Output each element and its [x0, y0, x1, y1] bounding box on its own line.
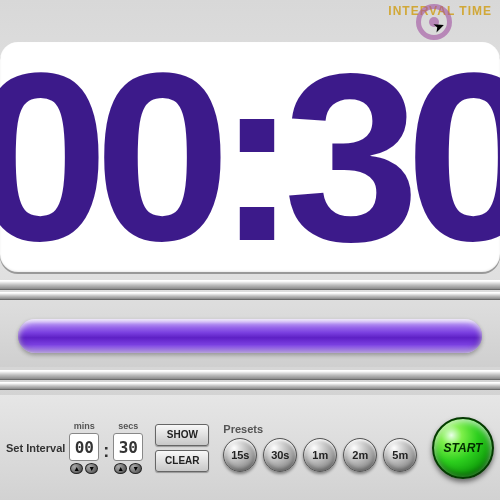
progress-area — [0, 305, 500, 367]
secs-label: secs — [118, 421, 138, 431]
rail — [0, 382, 500, 390]
rail — [0, 292, 500, 300]
rail — [0, 280, 500, 290]
set-interval-group: Set Interval mins 00 ▲ ▼ : secs 30 ▲ ▼ — [6, 421, 143, 474]
show-clear-group: SHOW CLEAR — [155, 424, 209, 472]
time-colon: : — [103, 441, 109, 462]
mins-label: mins — [74, 421, 95, 431]
presets-label: Presets — [223, 423, 417, 435]
start-button[interactable]: START — [432, 417, 494, 479]
preset-2m-button[interactable]: 2m — [343, 438, 377, 472]
preset-1m-button[interactable]: 1m — [303, 438, 337, 472]
seconds-field[interactable]: 30 — [113, 433, 143, 461]
minutes-column: mins 00 ▲ ▼ — [69, 421, 99, 474]
timer-readout: 00:30 — [0, 42, 500, 272]
set-interval-label: Set Interval — [6, 442, 65, 454]
seconds-up-icon[interactable]: ▲ — [114, 463, 127, 474]
minutes-up-icon[interactable]: ▲ — [70, 463, 83, 474]
minutes-down-icon[interactable]: ▼ — [85, 463, 98, 474]
minutes-field[interactable]: 00 — [69, 433, 99, 461]
show-button[interactable]: SHOW — [155, 424, 209, 446]
seconds-down-icon[interactable]: ▼ — [129, 463, 142, 474]
control-panel: Set Interval mins 00 ▲ ▼ : secs 30 ▲ ▼ S… — [0, 395, 500, 500]
preset-30s-button[interactable]: 30s — [263, 438, 297, 472]
progress-bar[interactable] — [18, 319, 482, 353]
presets-group: Presets 15s 30s 1m 2m 5m — [223, 423, 417, 472]
preset-15s-button[interactable]: 15s — [223, 438, 257, 472]
clear-button[interactable]: CLEAR — [155, 450, 209, 472]
rail — [0, 370, 500, 380]
timer-display-panel: 00:30 — [0, 42, 500, 272]
preset-5m-button[interactable]: 5m — [383, 438, 417, 472]
seconds-column: secs 30 ▲ ▼ — [113, 421, 143, 474]
